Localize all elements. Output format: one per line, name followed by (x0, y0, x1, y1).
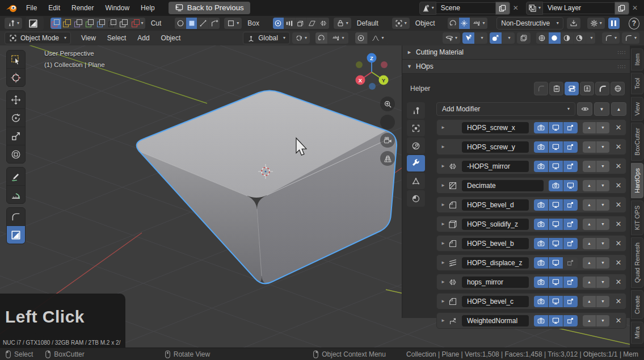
tab-material[interactable] (407, 190, 425, 207)
add-modifier-dropdown[interactable]: Add Modifier ▾ (436, 102, 575, 116)
shape-circle[interactable] (175, 18, 186, 29)
overlay-options-dropdown[interactable]: ▾ (622, 32, 639, 44)
realtime-toggle-button[interactable] (563, 180, 578, 191)
shape-dropdown[interactable]: ▾ (224, 18, 242, 29)
shading-material-button[interactable] (561, 32, 573, 44)
behavior-dot[interactable] (273, 18, 284, 29)
expand-arrow-icon[interactable]: ► (441, 144, 448, 149)
move-up-button[interactable]: ▲ (583, 277, 596, 288)
scene-copy-button[interactable] (495, 2, 510, 15)
realtime-toggle-button[interactable] (549, 238, 563, 249)
pivot-point-dropdown[interactable]: ▾ (292, 32, 310, 44)
bool-dropdown[interactable]: ▾ (130, 18, 145, 29)
realtime-toggle-button[interactable] (549, 315, 563, 326)
behavior-mirror[interactable] (318, 18, 329, 29)
shading-solid-button[interactable] (549, 32, 561, 44)
editmode-toggle-button[interactable] (563, 277, 578, 288)
sidebar-tab-view[interactable]: View (631, 97, 643, 121)
navigation-gizmo[interactable]: Z X Y (354, 52, 389, 93)
realtime-toggle-button[interactable] (549, 199, 563, 211)
modifier-name-field[interactable]: HOPS_bevel_d (462, 199, 529, 211)
viewport-menu-select[interactable]: Select (102, 32, 132, 44)
menu-file[interactable]: File (20, 2, 43, 14)
zoom-button[interactable] (380, 97, 395, 111)
helper-pipe-button[interactable] (595, 82, 609, 95)
bool-difference[interactable] (50, 18, 61, 29)
modifier-name-field[interactable]: HOPS_bevel_c (462, 296, 529, 307)
move-down-button[interactable]: ▼ (596, 277, 609, 288)
remove-modifier-button[interactable]: ✕ (614, 123, 622, 132)
drag-grip-icon[interactable]: ∷∷ (617, 49, 626, 56)
shape-ngon[interactable] (209, 18, 220, 29)
tab-object[interactable] (407, 120, 425, 136)
editmode-toggle-button[interactable] (563, 122, 578, 133)
move-down-button[interactable]: ▼ (596, 180, 609, 191)
render-toggle-button[interactable] (534, 277, 548, 288)
behavior-plane[interactable] (307, 18, 318, 29)
view-layer-name-field[interactable]: View Layer (543, 2, 614, 14)
bool-box[interactable] (119, 18, 129, 29)
snap-curve-button[interactable] (448, 18, 458, 29)
realtime-toggle-button[interactable] (549, 257, 563, 269)
expand-arrow-icon[interactable]: ► (441, 221, 448, 227)
scale-tool[interactable] (7, 127, 25, 145)
section-hops[interactable]: ▼ HOps ∷∷ (402, 60, 630, 74)
shading-options-dropdown[interactable]: ▾ (602, 32, 620, 44)
snap-target-dropdown[interactable]: ▾ (328, 32, 348, 44)
sidebar-tab-item[interactable]: Item (631, 48, 643, 70)
move-down-button[interactable]: ▼ (596, 257, 609, 269)
move-up-button[interactable]: ▲ (583, 199, 596, 211)
help-button[interactable]: ? (629, 18, 639, 30)
viewport-menu-object[interactable]: Object (155, 32, 187, 44)
perspective-toggle-button[interactable] (380, 151, 395, 166)
snap-grid-button[interactable] (459, 18, 470, 29)
viewport-menu-view[interactable]: View (75, 32, 102, 44)
remove-modifier-button[interactable]: ✕ (614, 162, 622, 170)
modifier-visibility-button[interactable] (577, 102, 592, 116)
sidebar-tab-quad-remesh[interactable]: Quad Remesh (631, 237, 643, 288)
remove-modifier-button[interactable]: ✕ (614, 239, 622, 248)
viewport-menu-add[interactable]: Add (132, 32, 155, 44)
scene-unlink-icon[interactable]: ✕ (510, 4, 521, 12)
render-toggle-button[interactable] (534, 257, 548, 269)
remove-modifier-button[interactable]: ✕ (614, 278, 622, 286)
axis-neg-z-ball[interactable] (369, 83, 376, 90)
shape-box[interactable] (186, 18, 197, 29)
view-layer-remove-icon[interactable]: ✕ (629, 4, 641, 12)
expand-arrow-icon[interactable]: ► (441, 260, 448, 265)
modifier-name-field[interactable]: HOPS_screw_x (462, 122, 529, 133)
expand-arrow-icon[interactable]: ► (441, 125, 448, 130)
editmode-toggle-button[interactable] (563, 141, 578, 153)
remove-modifier-button[interactable]: ✕ (614, 181, 622, 190)
shading-wireframe-button[interactable] (536, 32, 548, 44)
selected-object[interactable] (137, 91, 397, 284)
boxcutter-tool[interactable] (7, 226, 25, 244)
editmode-toggle-button[interactable] (563, 315, 578, 326)
modifier-name-field[interactable]: hops_mirror (462, 277, 529, 288)
realtime-toggle-button[interactable] (549, 277, 563, 288)
remove-modifier-button[interactable]: ✕ (614, 297, 622, 305)
editmode-toggle-button[interactable] (563, 296, 578, 307)
behavior-array[interactable] (284, 18, 295, 29)
lock-dropdown[interactable]: ▾ (334, 18, 351, 29)
measure-tool[interactable] (7, 186, 25, 203)
falloff-dropdown[interactable]: ▾ (368, 32, 388, 44)
settings-dropdown[interactable]: ▾ (587, 18, 605, 29)
move-down-button[interactable]: ▼ (596, 161, 609, 172)
render-toggle-button[interactable] (534, 122, 548, 133)
tab-object-data[interactable] (407, 173, 425, 189)
snap-magnet-button[interactable] (315, 32, 327, 44)
expand-arrow-icon[interactable]: ► (441, 241, 448, 246)
bool-inset[interactable] (96, 18, 107, 29)
blender-logo-icon[interactable] (6, 3, 18, 13)
sidebar-tab-hardops[interactable]: HardOps (631, 163, 643, 198)
annotate-tool[interactable] (7, 168, 25, 186)
move-up-button[interactable]: ▲ (583, 161, 596, 172)
move-modifier-down-button[interactable]: ▼ (594, 102, 609, 116)
render-toggle-button[interactable] (534, 161, 548, 172)
helper-toggles-button[interactable] (565, 82, 579, 95)
shading-caret[interactable]: ▾ (586, 32, 595, 44)
realtime-toggle-button[interactable] (549, 219, 563, 230)
remove-modifier-button[interactable]: ✕ (614, 316, 622, 325)
expand-arrow-icon[interactable]: ► (441, 202, 448, 207)
